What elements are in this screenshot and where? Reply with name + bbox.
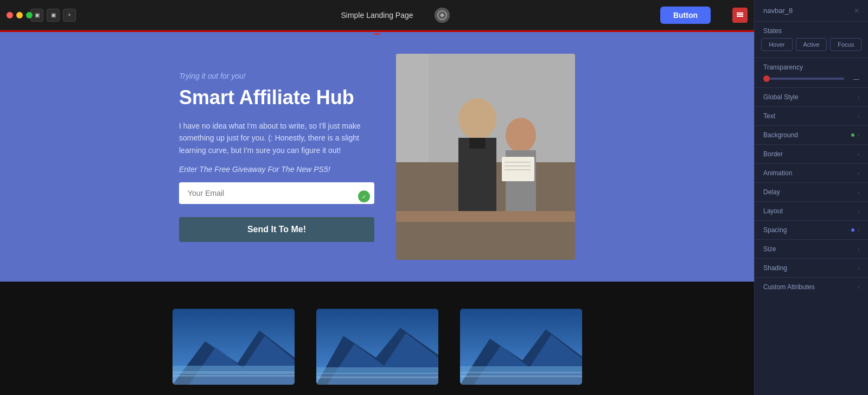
spacing-indicator-dot (851, 228, 854, 232)
nav-button[interactable]: Button (660, 7, 711, 24)
slider-thumb (763, 75, 770, 82)
chevron-icon: › (858, 189, 859, 195)
section-title-custom: Custom Attributes (763, 283, 815, 291)
email-input-wrapper: ✓ (179, 182, 374, 211)
chevron-icon: › (858, 170, 859, 176)
panel-section-delay[interactable]: Delay › (755, 182, 868, 201)
section-title-size: Size (763, 245, 776, 253)
state-hover-btn[interactable]: Hover (761, 38, 793, 51)
minimize-button[interactable] (16, 12, 23, 18)
feature-image-1 (173, 309, 295, 385)
toolbar-icon-3[interactable]: + (63, 9, 76, 22)
red-indicator (732, 8, 748, 23)
email-icon: ✓ (358, 190, 370, 202)
feature-item-1: Feature 1 (173, 309, 295, 395)
panel-section-size[interactable]: Size › (755, 239, 868, 258)
section-title-layout: Layout (763, 207, 783, 215)
email-input[interactable] (179, 182, 374, 204)
panel-section-global-style[interactable]: Global Style › (755, 87, 868, 106)
transparency-slider[interactable] (763, 78, 844, 80)
slider-value: — (848, 75, 859, 82)
close-button[interactable] (7, 12, 13, 18)
chevron-icon: › (858, 151, 859, 157)
state-focus-btn[interactable]: Focus (830, 38, 861, 51)
section-title-background: Background (763, 131, 798, 139)
panel-section-animation[interactable]: Animation › (755, 163, 868, 182)
hero-navbar-marker (374, 33, 380, 35)
panel-section-background[interactable]: Background › (755, 125, 868, 144)
chevron-icon: › (858, 94, 859, 100)
panel-section-spacing[interactable]: Spacing › (755, 220, 868, 239)
svg-rect-17 (396, 54, 429, 162)
traffic-lights (7, 12, 33, 18)
svg-rect-1 (737, 14, 743, 15)
svg-rect-29 (316, 377, 438, 385)
svg-rect-8 (458, 138, 496, 214)
panel-section-custom-attrs[interactable]: Custom Attributes › (755, 277, 868, 296)
panel-section-border[interactable]: Border › (755, 144, 868, 163)
transparency-label: Transparency (763, 63, 859, 71)
close-icon[interactable]: ✕ (854, 7, 859, 15)
hero-description: I have no idea what I'm about to write, … (179, 120, 374, 156)
features-section: Feature 1 (0, 282, 754, 395)
section-title-spacing: Spacing (763, 226, 787, 234)
hero-subtitle: Trying it out for you! (179, 72, 374, 80)
panel-section-shading[interactable]: Shading › (755, 258, 868, 277)
svg-point-9 (506, 118, 536, 152)
page-canvas: Trying it out for you! Smart Affiliate H… (0, 32, 754, 395)
svg-rect-11 (469, 138, 486, 149)
panel-section-text[interactable]: Text › (755, 106, 868, 125)
hero-section: Trying it out for you! Smart Affiliate H… (0, 32, 754, 282)
submit-button[interactable]: Send It To Me! (179, 217, 374, 242)
hero-photo (396, 54, 575, 260)
feature-item-3: Feature 3 (460, 309, 582, 395)
svg-rect-12 (502, 157, 534, 181)
svg-rect-2 (737, 16, 743, 17)
section-title-shading: Shading (763, 264, 787, 272)
chevron-icon: › (858, 227, 859, 233)
hero-image (396, 54, 575, 260)
svg-point-7 (458, 98, 496, 139)
states-buttons: Hover Active Focus (755, 38, 868, 58)
panel-header: navbar_8 ✕ (755, 0, 868, 22)
maximize-button[interactable] (26, 12, 33, 18)
section-title-animation: Animation (763, 169, 792, 177)
hero-left: Trying it out for you! Smart Affiliate H… (179, 72, 396, 242)
chevron-icon: › (858, 132, 859, 138)
panel-title: navbar_8 (763, 7, 793, 15)
feature-image-3 (460, 309, 582, 385)
page-title: Simple Landing Page (341, 11, 413, 20)
hero-cta-text: Enter The Free Giveaway For The New PS5! (179, 165, 374, 174)
svg-rect-35 (460, 375, 582, 385)
panel-section-layout[interactable]: Layout › (755, 201, 868, 220)
transparency-section: Transparency — (755, 58, 868, 87)
chevron-icon: › (858, 208, 859, 214)
state-active-btn[interactable]: Active (796, 38, 827, 51)
hero-title: Smart Affiliate Hub (179, 86, 374, 109)
transparency-slider-row: — (763, 75, 859, 82)
states-label: States (755, 22, 868, 38)
bg-indicator-dot (851, 133, 854, 137)
toolbar-icon-2[interactable]: ▣ (47, 9, 60, 22)
section-title-delay: Delay (763, 188, 780, 196)
logo-icon (435, 8, 450, 23)
chevron-icon: › (858, 284, 859, 290)
right-panel: navbar_8 ✕ States Hover Active Focus Tra… (754, 0, 868, 395)
chevron-icon: › (858, 246, 859, 252)
section-title-border: Border (763, 150, 783, 158)
top-bar: ▣ ▣ + Simple Landing Page Button (0, 0, 754, 30)
svg-rect-3 (737, 12, 743, 14)
toolbar-icons: ▣ ▣ + (30, 9, 76, 22)
feature-image-2 (316, 309, 438, 385)
chevron-icon: › (858, 265, 859, 271)
svg-rect-23 (173, 375, 295, 385)
section-title-text: Text (763, 112, 775, 120)
section-title-global: Global Style (763, 93, 799, 101)
feature-item-2: Feature 2 (316, 309, 438, 395)
svg-rect-16 (396, 211, 575, 222)
chevron-icon: › (858, 113, 859, 119)
